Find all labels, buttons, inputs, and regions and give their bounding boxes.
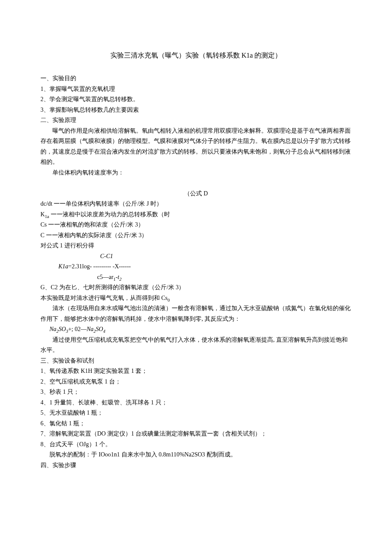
section-2-heading: 二、实验原理 [40, 115, 352, 126]
equipment-item-6: 6、氯化钴 1 瓶； [40, 418, 352, 429]
section-4-heading: 四、实验步骤 [40, 460, 352, 471]
equipment-item-7: 7、溶解氧测定装置（DO 测定仪）1 台或碘量法测定溶解氧装置一套（含相关试剂）… [40, 429, 352, 439]
equipment-item-2: 2、空气压缩机或充氧泵 1 台； [40, 377, 352, 387]
definition-3: Cs 一一液相氧的饱和浓度（公斤/米 3） [40, 220, 352, 230]
formula-label: （公式 D [40, 189, 352, 199]
document-title: 实验三清水充氧（曝气）实验（氧转移系数 K1a 的测定） [40, 49, 352, 61]
equipment-item-8: 8、台式天平（OJg）1 个。 [40, 439, 352, 450]
principle-paragraph-1: 曝气的作用是向液相供给溶解氧。氧由气相转入液相的机理常用双膜理论来解释。双膜理论… [40, 126, 352, 168]
principle-paragraph-5: 本实验既是对清水进行曝气充氧，从而得到和 Cs0 [40, 293, 352, 304]
document-page: 实验三清水充氧（曝气）实验（氧转移系数 K1a 的测定） 一、实验目的 1、掌握… [0, 0, 392, 496]
equipment-item-1: 1、氧传递系数 K1H 测定实验装置 1 套； [40, 366, 352, 377]
definition-1: dc/dt 一一单位体积内氧转速率（公斤/米 J 时） [40, 199, 352, 209]
deoxy-water-note: 脱氧水的配制：于 IOoo1n1 自来水中加入 0.8m110%Na2SO3 配… [40, 450, 352, 460]
equipment-item-4: 4、1 升量筒、长玻棒、虹吸管、洗耳球各 1 只； [40, 398, 352, 408]
spacer [40, 178, 352, 189]
definition-2: K1a 一一液相中以浓度差为动力的总转移系数（时 [40, 209, 352, 220]
principle-paragraph-2: 单位体积内氧转速度率为： [40, 168, 352, 178]
principle-paragraph-4: G、C2 为在匕、七时所测得的溶解氧浓度（公斤/米 3） [40, 282, 352, 293]
integral-note: 对公式 1 进行积分得 [40, 241, 352, 251]
principle-paragraph-6: 清水（在现场用自来水或曝气池出流的清液）一般含有溶解氧，通过加入无水亚硫酸钠（或… [40, 303, 352, 324]
fraction-denominator: c5—ar1-t2 [40, 272, 352, 283]
equipment-item-5: 5、无水亚硫酸钠 1 瓶； [40, 408, 352, 418]
section-3-heading: 三、实验设备和试剂 [40, 356, 352, 366]
reaction-equation: Na2SO3+; 02—Na2SO4 [40, 324, 352, 335]
principle-paragraph-7: 通过使用空气压缩机或充氧泵把空气中的氧气打入水体，使水体系的溶解氧逐渐提高, 直… [40, 335, 352, 356]
goal-item-2: 2、学会测定曝气装置的氧总转移数。 [40, 94, 352, 105]
fraction-equation: K1a=2.31log- --------- -X------ [40, 262, 352, 272]
goal-item-1: 1、掌握曝气装置的充氧机理 [40, 84, 352, 95]
fraction-numerator: C-C1 [40, 251, 352, 262]
definition-4: C 一一液相内氧的实际浓度（公斤/米 3） [40, 230, 352, 241]
equipment-item-3: 3、秒表 1 只； [40, 387, 352, 398]
goal-item-3: 3、掌握影响氧总转移数几的主要因素 [40, 105, 352, 116]
section-1-heading: 一、实验目的 [40, 73, 352, 84]
